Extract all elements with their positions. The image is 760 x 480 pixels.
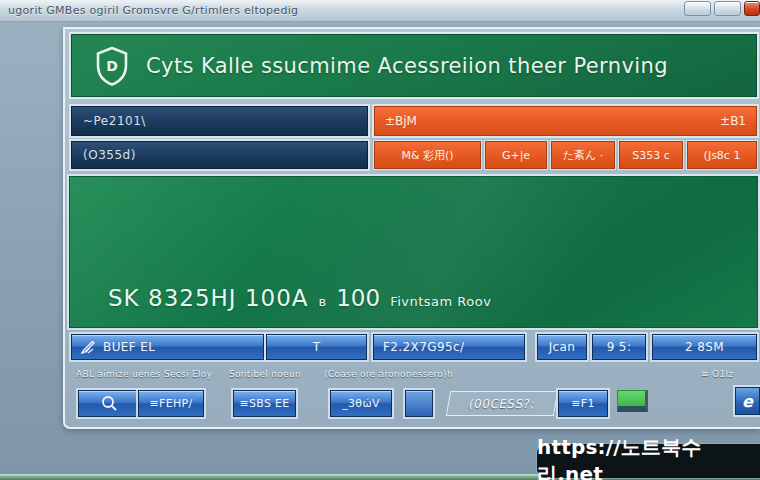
save-button[interactable]: _3θώV xyxy=(330,390,392,417)
small-square-button[interactable] xyxy=(405,390,433,417)
process-tag-label: (00CESS?; xyxy=(468,397,537,411)
main-window: D Cyts Kalle ssucmime Acessreiion theer … xyxy=(63,27,760,429)
orange-button-3[interactable]: た紊ん · xyxy=(551,141,615,169)
caption-value: 100 xyxy=(336,285,380,311)
app-header: D Cyts Kalle ssucmime Acessreiion theer … xyxy=(71,34,757,97)
input-field-1[interactable]: ~Pe2101\ xyxy=(71,106,368,136)
input-field-1-value: ~Pe2101\ xyxy=(83,114,146,128)
close-button[interactable] xyxy=(744,1,760,16)
toolbar-button-3-label: F2.2X7G95c/ xyxy=(383,340,464,354)
browser-button[interactable]: e xyxy=(735,387,760,415)
input-field-2[interactable]: (O355d) xyxy=(71,141,368,169)
window-titlebar: ugorit GMBes ogiril Gromsvre G/rtimlers … xyxy=(0,0,760,22)
orange-button-row: M& 彩用() G+|e た紊ん · S353 c (Js8c 1 xyxy=(374,141,757,169)
status-label-3: Sontibel noeun xyxy=(229,369,301,379)
status-label-4: (Coase ore arononessero)h xyxy=(324,369,453,379)
toolbar-button-6[interactable]: 2 8SM xyxy=(652,334,757,360)
caption-model: SK 8325HJ 100A xyxy=(108,285,309,311)
toolbar-button-4-label: Jcan xyxy=(549,340,576,354)
browser-e-icon: e xyxy=(742,392,753,411)
print-button-label: ≡FEHP/ xyxy=(150,397,193,410)
caption-unit: в xyxy=(319,294,327,309)
orange-button-5[interactable]: (Js8c 1 xyxy=(687,141,757,169)
print-button[interactable]: ≡FEHP/ xyxy=(138,390,204,417)
maximize-button[interactable] xyxy=(714,1,741,16)
edit-button-label: BUEF EL xyxy=(103,340,155,354)
screen: { "window": { "title": "ugorit GMBes ogi… xyxy=(0,0,760,480)
f1-button-label: ≡F1 xyxy=(571,397,594,410)
watermark-url: https://노트북수리.net xyxy=(537,434,760,480)
input-field-2-value: (O355d) xyxy=(83,148,136,162)
status-label-1: ABL aimize uenes xyxy=(76,369,161,379)
orange-status-bar: ±BjM ±B1 xyxy=(374,106,757,136)
orange-button-2[interactable]: G+|e xyxy=(485,141,547,169)
page-title: Cyts Kalle ssucmime Acessreiion theer Pe… xyxy=(146,54,668,78)
watermark-badge: https://노트북수리.net xyxy=(537,444,760,478)
status-row: ABL aimize uenes Secsi Eloy Sontibel noe… xyxy=(65,369,760,383)
save-button-label: _3θώV xyxy=(342,397,379,410)
search-button[interactable] xyxy=(78,390,140,417)
minimize-button[interactable] xyxy=(684,1,711,16)
green-indicator xyxy=(617,390,648,412)
search-icon xyxy=(101,395,118,412)
panel-caption: SK 8325HJ 100A в 100 Fivntsam Roov xyxy=(108,285,491,311)
toolbar-button-2-label: T xyxy=(313,340,321,354)
sbs-button[interactable]: ≡SBS EE xyxy=(233,390,296,417)
toolbar-button-5-label: 9 5: xyxy=(607,340,632,354)
status-label-2: Secsi Eloy xyxy=(164,369,212,379)
toolbar-button-2[interactable]: T xyxy=(266,334,367,360)
caption-note: Fivntsam Roov xyxy=(390,294,491,309)
sbs-button-label: ≡SBS EE xyxy=(239,397,289,410)
toolbar-button-5[interactable]: 9 5: xyxy=(592,334,646,360)
svg-text:D: D xyxy=(106,58,118,74)
window-title: ugorit GMBes ogiril Gromsvre G/rtimlers … xyxy=(8,4,298,17)
orange-button-4[interactable]: S353 c xyxy=(619,141,683,169)
window-controls xyxy=(684,1,760,16)
shield-icon: D xyxy=(94,46,130,86)
orange-bar-right-label: ±B1 xyxy=(720,114,746,128)
process-tag: (00CESS?; xyxy=(446,391,558,416)
display-panel: SK 8325HJ 100A в 100 Fivntsam Roov xyxy=(69,176,758,328)
toolbar-button-3[interactable]: F2.2X7G95c/ xyxy=(373,334,525,360)
toolbar-button-6-label: 2 8SM xyxy=(685,340,724,354)
orange-bar-left-label: ±BjM xyxy=(385,114,417,128)
pencil-icon xyxy=(81,341,97,354)
f1-button[interactable]: ≡F1 xyxy=(558,390,608,417)
orange-button-1[interactable]: M& 彩用() xyxy=(374,141,481,169)
edit-button[interactable]: BUEF EL xyxy=(71,334,264,360)
toolbar-button-4[interactable]: Jcan xyxy=(537,334,587,360)
status-label-right: ≡ O1lz xyxy=(701,369,733,379)
